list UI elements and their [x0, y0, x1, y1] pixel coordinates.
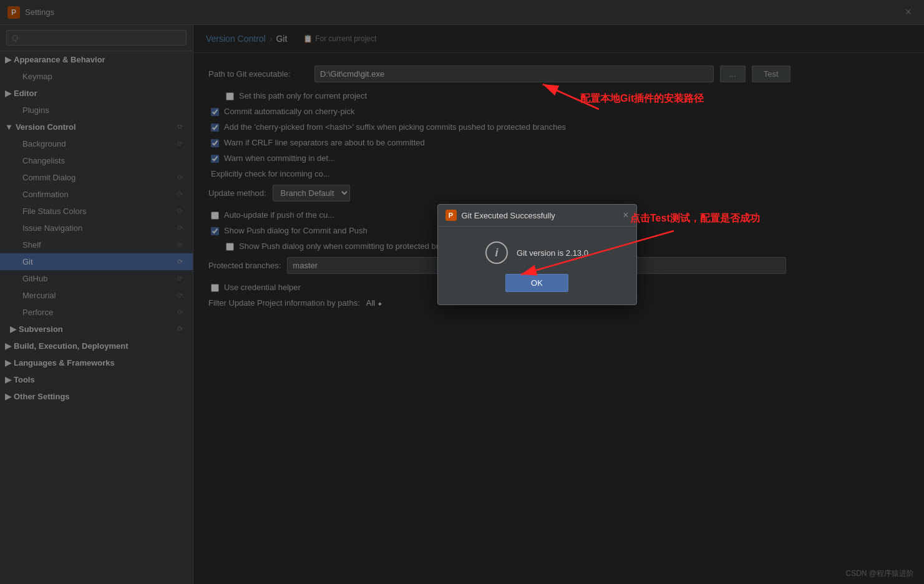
dialog-close-button[interactable]: × [623, 210, 628, 221]
success-dialog: P Git Executed Successfully × i Git vers… [437, 204, 637, 305]
dialog-message: Git version is 2.13.0 [517, 248, 588, 258]
dialog-title: Git Executed Successfully [462, 211, 618, 220]
dialog-titlebar: P Git Executed Successfully × [438, 205, 636, 226]
dialog-overlay: P Git Executed Successfully × i Git vers… [0, 0, 924, 584]
dialog-body: i Git version is 2.13.0 OK [438, 226, 636, 304]
dialog-app-icon: P [445, 210, 457, 221]
dialog-ok-button[interactable]: OK [505, 274, 568, 292]
info-icon: i [485, 241, 508, 264]
dialog-content: i Git version is 2.13.0 [485, 241, 588, 264]
